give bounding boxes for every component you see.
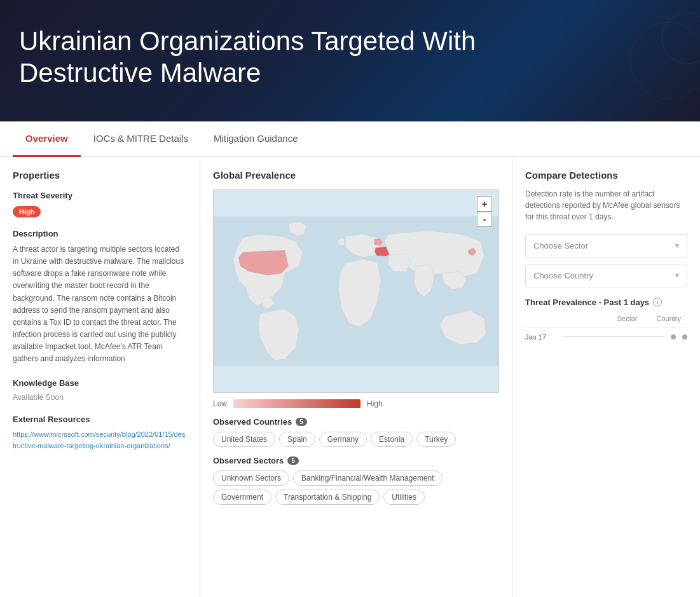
page-title: Ukrainian Organizations Targeted With De… <box>19 25 540 90</box>
prevalence-row: Jan 17 <box>525 327 687 346</box>
properties-panel: Properties Threat Severity High Descript… <box>0 157 200 597</box>
countries-tags: United States Spain Germany Estonia Turk… <box>213 432 499 447</box>
prevalence-table: Sector Country Jan 17 <box>525 315 687 346</box>
country-tag-turkey: Turkey <box>416 432 456 447</box>
sector-tag-banking: Banking/Financial/Wealth Management <box>293 470 443 486</box>
world-map-svg <box>214 190 498 392</box>
country-chevron-icon: ▾ <box>675 271 679 280</box>
country-dot <box>682 334 687 340</box>
info-icon: i <box>653 298 662 306</box>
tab-mitigation[interactable]: Mitigation Guidance <box>201 121 311 157</box>
prevalence-date: Jan 17 <box>525 333 557 341</box>
compare-panel: Compare Detections Detection rate is the… <box>512 157 700 597</box>
observed-sectors-label: Observed Sectors <box>213 456 284 465</box>
tab-iocs[interactable]: IOCs & MITRE Details <box>81 121 201 157</box>
map-zoom-controls: + - <box>477 196 492 227</box>
compare-description: Detection rate is the number of artifact… <box>525 188 687 223</box>
map-container: + - <box>213 189 499 393</box>
legend-gradient <box>233 399 360 408</box>
countries-count: 5 <box>296 418 307 426</box>
main-content: Properties Threat Severity High Descript… <box>0 157 700 597</box>
prevalence-line <box>563 336 664 337</box>
choose-country-label: Choose Country <box>533 271 593 280</box>
page-header: Ukrainian Organizations Targeted With De… <box>0 0 700 121</box>
country-col-header: Country <box>656 315 681 322</box>
country-tag-germany: Germany <box>319 432 367 447</box>
tabs-bar: Overview IOCs & MITRE Details Mitigation… <box>0 121 700 157</box>
external-resource-link[interactable]: https://www.microsoft.com/security/blog/… <box>13 430 185 450</box>
severity-badge: High <box>13 206 41 217</box>
legend-high-label: High <box>367 399 383 408</box>
map-title: Global Prevalence <box>213 170 499 181</box>
country-tag-us: United States <box>213 432 275 447</box>
description-text: A threat actor is targeting multiple sec… <box>13 244 187 366</box>
country-tag-estonia: Estonia <box>371 432 413 447</box>
sector-col-header: Sector <box>617 315 638 322</box>
choose-country-dropdown[interactable]: Choose Country ▾ <box>525 264 687 287</box>
prevalence-col-headers: Sector Country <box>525 315 687 322</box>
knowledge-base-title: Knowledge Base <box>13 378 187 388</box>
compare-title: Compare Detections <box>525 170 687 181</box>
zoom-out-button[interactable]: - <box>477 212 492 227</box>
observed-countries-label: Observed Countries <box>213 417 292 427</box>
map-legend: Low High <box>213 399 499 408</box>
sector-tag-unknown: Unknown Sectors <box>213 470 289 486</box>
threat-severity-label: Threat Severity <box>13 191 187 200</box>
sector-dot <box>671 334 676 340</box>
prevalence-title: Threat Prevalence - Past 1 days i <box>525 298 687 307</box>
description-title: Description <box>13 229 187 238</box>
sectors-count: 5 <box>287 456 299 465</box>
properties-title: Properties <box>13 170 187 181</box>
choose-sector-dropdown[interactable]: Choose Sector ▾ <box>525 234 687 257</box>
knowledge-base-status: Available Soon <box>13 393 187 402</box>
external-resources-title: External Resources <box>13 415 187 424</box>
choose-sector-label: Choose Sector <box>533 241 588 250</box>
sectors-tags: Unknown Sectors Banking/Financial/Wealth… <box>213 470 499 505</box>
sector-chevron-icon: ▾ <box>675 241 679 250</box>
legend-low-label: Low <box>213 399 227 408</box>
sector-tag-transport: Transportation & Shipping <box>275 490 380 505</box>
zoom-in-button[interactable]: + <box>477 196 492 212</box>
observed-sectors-section: Observed Sectors 5 Unknown Sectors Banki… <box>213 456 499 505</box>
map-panel: Global Prevalence + - <box>200 157 512 597</box>
sector-tag-govt: Government <box>213 490 271 505</box>
observed-countries-section: Observed Countries 5 United States Spain… <box>213 417 499 447</box>
tab-overview[interactable]: Overview <box>13 121 81 157</box>
country-tag-spain: Spain <box>279 432 315 447</box>
sector-tag-utilities: Utilities <box>383 490 425 505</box>
